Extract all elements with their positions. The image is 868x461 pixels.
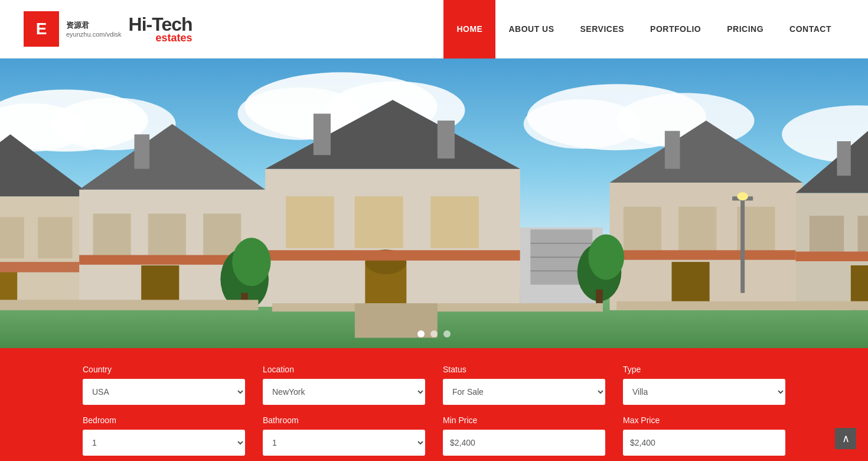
svg-rect-49 xyxy=(672,262,710,307)
svg-rect-51 xyxy=(665,131,680,169)
hero-section xyxy=(0,59,868,348)
svg-rect-33 xyxy=(430,196,479,248)
slider-dots xyxy=(417,330,451,337)
status-field: Status For Sale For Rent Sold xyxy=(443,365,605,405)
minprice-label: Min Price xyxy=(443,415,605,425)
brand-estates: estates xyxy=(129,33,192,44)
svg-rect-24 xyxy=(148,214,186,259)
svg-rect-38 xyxy=(438,121,455,158)
bathroom-select[interactable]: 1 2 3 4 5+ xyxy=(263,430,425,456)
svg-rect-66 xyxy=(272,303,603,311)
svg-point-60 xyxy=(232,238,270,286)
type-select[interactable]: Villa Apartment House Condo xyxy=(623,379,785,405)
maxprice-label: Max Price xyxy=(623,415,785,425)
status-select[interactable]: For Sale For Rent Sold xyxy=(443,379,605,405)
svg-rect-47 xyxy=(678,207,716,252)
svg-rect-16 xyxy=(0,217,24,258)
svg-rect-50 xyxy=(610,250,803,259)
logo-chinese: 资源君 xyxy=(66,20,122,31)
header: E 资源君 eyunzhu.com/vdisk Hi-Tech estates … xyxy=(0,0,868,59)
bathroom-label: Bathroom xyxy=(263,415,425,425)
nav-item-services[interactable]: SERVICES xyxy=(567,0,638,59)
main-nav: HOME ABOUT US SERVICES PORTFOLIO PRICING… xyxy=(443,0,844,59)
location-select[interactable]: NewYork Los Angeles Chicago Houston xyxy=(263,379,425,405)
svg-rect-36 xyxy=(265,250,520,261)
logo-brand: Hi-Tech estates xyxy=(129,14,192,44)
nav-item-about[interactable]: ABOUT US xyxy=(495,0,567,59)
type-field: Type Villa Apartment House Condo xyxy=(623,365,785,405)
search-row-1: Country USA UK Canada Australia Location… xyxy=(83,365,785,405)
nav-item-pricing[interactable]: PRICING xyxy=(714,0,776,59)
logo-area: E 资源君 eyunzhu.com/vdisk Hi-Tech estates xyxy=(24,11,192,47)
svg-rect-28 xyxy=(135,134,150,168)
slider-dot-1[interactable] xyxy=(417,330,425,337)
maxprice-field: Max Price xyxy=(623,415,785,456)
slider-dot-3[interactable] xyxy=(443,330,451,337)
nav-item-home[interactable]: HOME xyxy=(443,0,495,59)
bedroom-label: Bedroom xyxy=(83,415,245,425)
status-label: Status xyxy=(443,365,605,374)
type-label: Type xyxy=(623,365,785,374)
location-label: Location xyxy=(263,365,425,374)
bathroom-field: Bathroom 1 2 3 4 5+ xyxy=(263,415,425,456)
country-select[interactable]: USA UK Canada Australia xyxy=(83,379,245,405)
svg-rect-67 xyxy=(616,301,868,310)
svg-rect-58 xyxy=(837,141,851,176)
search-section: Country USA UK Canada Australia Location… xyxy=(0,348,868,461)
country-field: Country USA UK Canada Australia xyxy=(83,365,245,405)
nav-item-contact[interactable]: CONTACT xyxy=(776,0,844,59)
svg-rect-69 xyxy=(740,196,745,293)
logo-url: eyunzhu.com/vdisk xyxy=(66,31,122,38)
bedroom-select[interactable]: 1 2 3 4 5+ xyxy=(83,430,245,456)
country-label: Country xyxy=(83,365,245,374)
svg-rect-37 xyxy=(314,113,331,155)
logo-text-block: 资源君 eyunzhu.com/vdisk xyxy=(66,20,122,38)
slider-dot-2[interactable] xyxy=(430,330,438,337)
nav-item-portfolio[interactable]: PORTFOLIO xyxy=(637,0,714,59)
svg-point-63 xyxy=(588,235,624,280)
svg-rect-46 xyxy=(624,207,661,252)
scroll-top-button[interactable]: ∧ xyxy=(835,428,856,449)
location-field: Location NewYork Los Angeles Chicago Hou… xyxy=(263,365,425,405)
svg-rect-65 xyxy=(0,300,259,310)
svg-rect-57 xyxy=(796,252,869,261)
svg-rect-17 xyxy=(38,217,72,258)
bedroom-field: Bedroom 1 2 3 4 5+ xyxy=(83,415,245,456)
svg-point-71 xyxy=(737,192,748,200)
svg-rect-32 xyxy=(355,196,403,248)
logo-icon: E xyxy=(24,11,59,47)
maxprice-input[interactable] xyxy=(623,430,785,456)
svg-rect-23 xyxy=(93,214,131,259)
svg-rect-19 xyxy=(0,262,93,272)
svg-rect-64 xyxy=(596,290,603,303)
minprice-input[interactable] xyxy=(443,430,605,456)
minprice-field: Min Price xyxy=(443,415,605,456)
search-row-2: Bedroom 1 2 3 4 5+ Bathroom 1 2 3 4 5+ M… xyxy=(83,415,785,456)
svg-rect-31 xyxy=(286,196,334,248)
